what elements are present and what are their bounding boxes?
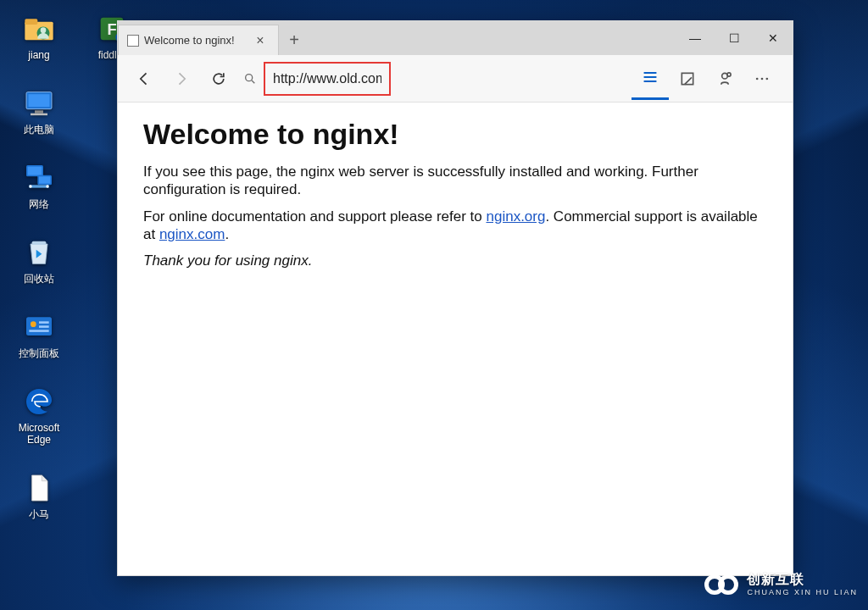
nav-forward-button[interactable]: [167, 64, 196, 93]
svg-point-27: [727, 72, 731, 75]
svg-rect-11: [39, 176, 50, 183]
share-icon: [716, 70, 733, 87]
desktop-icons-column: jiang 此电脑 网络 回收站 控制面板: [5, 10, 73, 520]
arrow-right-icon: [173, 70, 190, 87]
svg-rect-9: [28, 167, 42, 175]
address-bar: [242, 62, 623, 96]
reading-list-button[interactable]: [632, 58, 669, 100]
notes-button[interactable]: [669, 60, 706, 97]
desktop-icon-file[interactable]: 小马: [5, 469, 73, 520]
desktop-icon-label: 网络: [29, 198, 49, 210]
desktop-icon-user-folder[interactable]: jiang: [5, 10, 73, 61]
watermark-logo-icon: [704, 568, 738, 602]
desktop-icon-control-panel[interactable]: 控制面板: [5, 308, 73, 359]
svg-rect-25: [682, 73, 693, 84]
svg-point-29: [761, 77, 764, 80]
svg-point-12: [29, 185, 31, 187]
window-controls: — ☐ ✕: [676, 21, 793, 55]
desktop-icon-edge[interactable]: Microsoft Edge: [5, 383, 73, 446]
link-nginx-com[interactable]: nginx.com: [159, 226, 225, 242]
watermark: 创新互联 CHUANG XIN HU LIAN: [704, 568, 858, 602]
page-paragraph-2: For online documentation and support ple…: [143, 208, 767, 244]
network-icon: [20, 159, 58, 197]
more-button[interactable]: [743, 60, 781, 97]
svg-rect-1: [25, 19, 37, 25]
user-folder-icon: [20, 10, 58, 47]
tab-strip: Welcome to nginx! × + — ☐ ✕: [118, 21, 793, 55]
desktop-icon-this-pc[interactable]: 此电脑: [5, 85, 73, 136]
arrow-left-icon: [136, 70, 153, 87]
reading-list-icon: [642, 69, 659, 86]
edge-icon: [20, 383, 58, 420]
svg-rect-7: [31, 114, 47, 116]
desktop-icon-label: 控制面板: [19, 347, 59, 359]
browser-toolbar: [118, 55, 793, 103]
address-input[interactable]: [268, 65, 387, 92]
refresh-icon: [210, 70, 227, 87]
svg-rect-5: [29, 94, 50, 107]
link-nginx-org[interactable]: nginx.org: [486, 208, 545, 225]
desktop-background: jiang 此电脑 网络 回收站 控制面板: [0, 0, 868, 610]
svg-rect-6: [35, 110, 43, 113]
new-tab-button[interactable]: +: [279, 25, 309, 55]
page-thanks: Thank you for using nginx.: [143, 252, 767, 269]
svg-rect-18: [39, 325, 49, 328]
desktop-icon-label: 回收站: [24, 273, 54, 285]
desktop-icon-network[interactable]: 网络: [5, 159, 73, 210]
page-heading: Welcome to nginx!: [143, 118, 767, 151]
share-button[interactable]: [706, 60, 743, 97]
nav-refresh-button[interactable]: [204, 64, 233, 93]
tab-close-button[interactable]: ×: [249, 33, 271, 48]
svg-rect-19: [29, 330, 48, 332]
desktop-icon-label: 此电脑: [24, 124, 54, 136]
window-maximize-button[interactable]: ☐: [715, 21, 754, 55]
edge-browser-window: Welcome to nginx! × + — ☐ ✕: [117, 20, 793, 576]
svg-rect-17: [39, 321, 49, 324]
control-panel-icon: [20, 308, 58, 346]
ellipsis-icon: [754, 70, 771, 87]
page-icon: [127, 35, 139, 47]
search-icon[interactable]: [242, 70, 259, 87]
pc-icon: [20, 85, 58, 122]
window-minimize-button[interactable]: —: [676, 21, 715, 55]
toolbar-right-buttons: [632, 58, 781, 100]
svg-point-28: [756, 77, 759, 80]
tab-title: Welcome to nginx!: [144, 34, 244, 47]
desktop-icon-label: 小马: [29, 508, 49, 520]
watermark-text: 创新互联 CHUANG XIN HU LIAN: [747, 573, 858, 596]
browser-tab[interactable]: Welcome to nginx! ×: [118, 25, 279, 55]
svg-point-13: [46, 185, 48, 187]
svg-point-16: [31, 321, 36, 327]
page-content: Welcome to nginx! If you see this page, …: [118, 103, 793, 575]
address-highlight-box: [264, 62, 391, 96]
file-icon: [20, 469, 58, 507]
desktop-icon-label: jiang: [28, 49, 49, 61]
svg-rect-14: [32, 241, 47, 245]
svg-point-3: [41, 27, 47, 33]
svg-point-24: [246, 74, 253, 80]
recycle-bin-icon: [20, 234, 58, 271]
desktop-icon-recycle-bin[interactable]: 回收站: [5, 234, 73, 285]
window-close-button[interactable]: ✕: [754, 21, 793, 55]
svg-text:F: F: [107, 20, 116, 38]
desktop-icon-label: Microsoft Edge: [5, 422, 73, 446]
page-paragraph-1: If you see this page, the nginx web serv…: [143, 163, 767, 199]
note-icon: [679, 70, 696, 87]
svg-point-30: [766, 77, 769, 80]
nav-back-button[interactable]: [130, 64, 159, 93]
